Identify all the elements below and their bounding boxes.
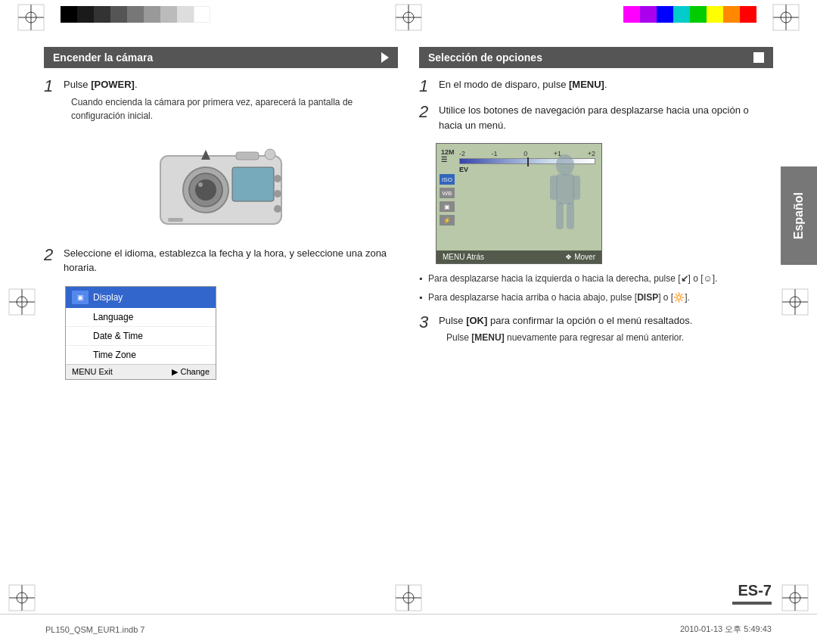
step-1-content: Pulse [POWER]. Cuando encienda la cámara… bbox=[64, 77, 398, 126]
svg-point-36 bbox=[198, 182, 203, 187]
right-step-3-content: Pulse [OK] para confirmar la opción o el… bbox=[439, 313, 773, 348]
menu-language-label: Language bbox=[93, 312, 133, 322]
left-section: Encender la cámara 1 Pulse [POWER]. Cuan… bbox=[44, 47, 398, 612]
step-1-main-text: Pulse [POWER]. bbox=[64, 77, 398, 92]
camera-move-label: ❖ Mover bbox=[565, 253, 595, 261]
iso-icon: ISO bbox=[440, 174, 455, 185]
right-step-1-content: En el modo de disparo, pulse [MENU]. bbox=[439, 77, 773, 95]
crosshair-mid-right-icon bbox=[781, 288, 809, 316]
top-calibration-bar bbox=[0, 0, 817, 29]
camera-ui-area: 12M☰ -2 -1 0 +1 +2 EV bbox=[436, 143, 773, 264]
right-step-3-note: Pulse [MENU] nuevamente para regresar al… bbox=[439, 331, 773, 344]
page-number-underline bbox=[732, 602, 772, 605]
svg-rect-44 bbox=[168, 218, 183, 222]
svg-rect-49 bbox=[556, 203, 564, 229]
language-tab-label: Español bbox=[792, 192, 806, 239]
camera-mode-icons: ISO WB ▣ ⚡ bbox=[440, 174, 455, 226]
right-note-2: Para desplazarse hacia arriba o hacia ab… bbox=[419, 291, 773, 305]
crosshair-top-right-icon bbox=[772, 3, 800, 32]
person-silhouette bbox=[542, 151, 588, 252]
step-1-note: Cuando encienda la cámara por primera ve… bbox=[64, 95, 398, 123]
right-step-3: 3 Pulse [OK] para confirmar la opción o … bbox=[419, 313, 773, 348]
silhouette-svg bbox=[542, 151, 588, 250]
page-number: ES-7 bbox=[732, 582, 772, 599]
flash-icon: ⚡ bbox=[440, 215, 455, 226]
ev-minus2: -2 bbox=[459, 150, 465, 157]
svg-point-42 bbox=[274, 190, 281, 198]
svg-point-39 bbox=[265, 149, 275, 160]
right-note-1: Para desplazarse hacia la izquierda o ha… bbox=[419, 272, 773, 286]
right-step-2-content: Utilice los botones de navegación para d… bbox=[439, 103, 773, 135]
menu-display-label: Display bbox=[93, 292, 123, 303]
menu-bottom-bar: MENU Exit ▶ Change bbox=[66, 364, 216, 379]
menu-datetime-label: Date & Time bbox=[93, 331, 143, 341]
right-section-header: Selección de opciones bbox=[419, 47, 773, 68]
left-step-1: 1 Pulse [POWER]. Cuando encienda la cáma… bbox=[44, 77, 398, 126]
crosshair-top-center-icon bbox=[394, 3, 423, 32]
menu-row-datetime: Date & Time bbox=[66, 327, 216, 346]
svg-point-41 bbox=[274, 175, 281, 182]
footer-right: 2010-01-13 오후 5:49:43 bbox=[680, 624, 772, 635]
color-strip-right bbox=[623, 0, 756, 29]
svg-rect-48 bbox=[573, 176, 580, 200]
ev-indicator bbox=[527, 157, 529, 166]
step-1-number: 1 bbox=[44, 77, 57, 126]
camera-back-label: MENU Atrás bbox=[443, 253, 484, 261]
menu-row-language: Language bbox=[66, 308, 216, 327]
page-number-area: ES-7 bbox=[732, 582, 772, 605]
menu-row-display: ▣ Display bbox=[66, 287, 216, 308]
right-step-2-number: 2 bbox=[419, 103, 433, 135]
svg-point-45 bbox=[556, 154, 574, 176]
square-icon bbox=[753, 52, 764, 63]
svg-marker-40 bbox=[201, 150, 210, 160]
right-step-3-text: Pulse [OK] para confirmar la opción o el… bbox=[439, 313, 773, 328]
ev-plus2: +2 bbox=[588, 150, 595, 157]
camera-ui-screen: 12M☰ -2 -1 0 +1 +2 EV bbox=[436, 143, 602, 264]
step-2-text: Seleccione el idioma, establezca la fech… bbox=[64, 246, 398, 275]
right-section: Selección de opciones 1 En el modo de di… bbox=[419, 47, 773, 612]
menu-row-timezone: Time Zone bbox=[66, 346, 216, 364]
menu-screen: ▣ Display Language Date & Time Time Zone… bbox=[65, 286, 216, 380]
svg-rect-46 bbox=[556, 174, 574, 204]
svg-rect-38 bbox=[236, 152, 259, 160]
left-section-header: Encender la cámara bbox=[44, 47, 398, 68]
right-step-1: 1 En el modo de disparo, pulse [MENU]. bbox=[419, 77, 773, 95]
crosshair-top-left-icon bbox=[17, 3, 45, 32]
right-step-3-number: 3 bbox=[419, 313, 433, 348]
menu-timezone-label: Time Zone bbox=[93, 350, 136, 360]
wb-icon: WB bbox=[440, 188, 455, 198]
right-step-1-number: 1 bbox=[419, 77, 433, 95]
display-menu-icon: ▣ bbox=[72, 291, 89, 304]
camera-svg bbox=[145, 133, 297, 232]
arrow-right-icon bbox=[381, 52, 389, 63]
camera-image bbox=[44, 133, 398, 234]
svg-rect-50 bbox=[567, 203, 574, 229]
right-section-title: Selección de opciones bbox=[428, 51, 542, 64]
color-strip-left bbox=[61, 0, 210, 29]
right-step-2-text: Utilice los botones de navegación para d… bbox=[439, 103, 773, 132]
menu-screen-container: ▣ Display Language Date & Time Time Zone… bbox=[65, 286, 398, 380]
step-2-number: 2 bbox=[44, 246, 57, 278]
svg-point-43 bbox=[274, 205, 281, 213]
svg-rect-47 bbox=[550, 176, 558, 200]
ev-zero: 0 bbox=[523, 150, 527, 157]
crosshair-bottom-left-icon bbox=[8, 583, 36, 612]
footer-left: PL150_QSM_EUR1.indb 7 bbox=[45, 625, 144, 634]
right-step-1-text: En el modo de disparo, pulse [MENU]. bbox=[439, 77, 773, 92]
ev-minus1: -1 bbox=[492, 150, 498, 157]
crosshair-bottom-right-icon bbox=[781, 583, 809, 612]
menu-change-label: ▶ Change bbox=[172, 367, 210, 377]
menu-exit-label: MENU Exit bbox=[72, 367, 113, 377]
left-section-title: Encender la cámara bbox=[53, 51, 153, 64]
camera-ui-bottom-bar: MENU Atrás ❖ Mover bbox=[436, 250, 601, 263]
language-tab: Español bbox=[781, 166, 817, 265]
mode-icon: ▣ bbox=[440, 201, 455, 212]
crosshair-mid-left-icon bbox=[8, 288, 36, 316]
left-step-2: 2 Seleccione el idioma, establezca la fe… bbox=[44, 246, 398, 278]
right-step-2: 2 Utilice los botones de navegación para… bbox=[419, 103, 773, 135]
svg-point-35 bbox=[195, 179, 216, 201]
svg-rect-37 bbox=[232, 167, 274, 201]
step-2-content: Seleccione el idioma, establezca la fech… bbox=[64, 246, 398, 278]
footer: PL150_QSM_EUR1.indb 7 2010-01-13 오후 5:49… bbox=[0, 614, 817, 644]
